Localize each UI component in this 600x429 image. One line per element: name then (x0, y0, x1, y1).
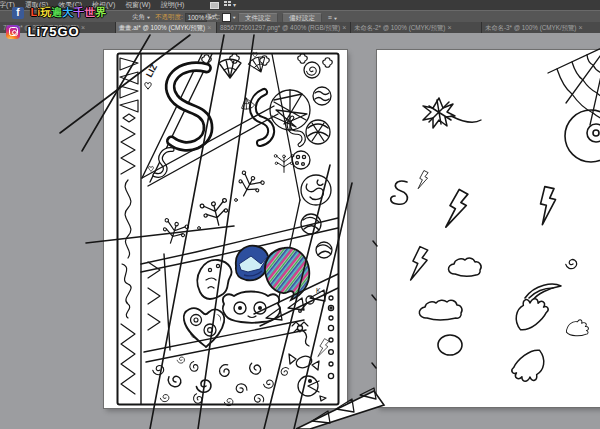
screen-mode-icon[interactable] (210, 2, 219, 9)
opacity-label: 不透明度: (155, 13, 183, 20)
document-tab-bar: 78.jpg* @ 25% (RGB/預覽)× 畫畫.ai* @ 100% (C… (0, 22, 600, 33)
wing-swoosh (525, 284, 561, 300)
arrange-documents-icon[interactable]: ▾ (224, 0, 236, 10)
artboard-left[interactable]: LIZ (104, 50, 347, 408)
artboard-right[interactable] (377, 50, 600, 407)
s-squiggle (391, 181, 408, 204)
circle-doodle (438, 335, 462, 355)
tab-document-5[interactable]: 未命名-3* @ 100% (CMYK/預覽)× (482, 22, 600, 33)
fb-watermark-text: Li玩遍大千世界 (30, 5, 106, 20)
style-label: 樣式: (205, 13, 220, 20)
artwork-left: LIZ (104, 50, 347, 408)
close-icon[interactable]: × (81, 23, 85, 32)
style-control: 樣式: ▼ (205, 11, 237, 22)
pattern-heart (184, 308, 224, 347)
style-swatch[interactable] (222, 13, 231, 22)
instagram-watermark: Li75GO (6, 22, 80, 40)
bottom-right-column (289, 296, 334, 401)
tab-document-3[interactable]: 8856772601297.png* @ 400% (RGB/預覽)× (217, 22, 351, 33)
hand-doodles (508, 292, 591, 387)
disc-doodle (565, 110, 600, 162)
opacity-input[interactable]: 100% (185, 13, 208, 22)
tab-document-4[interactable]: 未命名-2* @ 100% (CMYK/預覽)× (351, 22, 482, 33)
lightning-bolts (411, 170, 559, 281)
close-icon[interactable]: × (447, 23, 451, 32)
striped-heart (265, 248, 309, 300)
menu-window[interactable]: 視窗(W) (120, 0, 155, 10)
instagram-icon (6, 25, 20, 39)
facebook-icon: f (12, 7, 24, 19)
close-icon[interactable]: × (342, 23, 346, 32)
corner-dropdown[interactable]: 尖角▼ (132, 11, 151, 22)
facebook-watermark: f Li玩遍大千世界 (12, 3, 106, 19)
tab-document-2-active[interactable]: 畫畫.ai* @ 100% (CMYK/預覽)× (116, 22, 217, 33)
canvas-pasteboard[interactable]: LIZ (0, 33, 600, 429)
artwork-right (377, 50, 600, 407)
spiral-doodle (566, 260, 577, 269)
chevron-down-icon: ▼ (146, 13, 151, 22)
ig-watermark-text: Li75GO (27, 24, 79, 39)
panel-menu-icon[interactable]: ≡▼ (328, 14, 338, 21)
bird-blob (197, 260, 231, 299)
star-scribble (423, 98, 481, 128)
left-border-patterns (120, 58, 138, 394)
doodle-frame (118, 54, 339, 405)
blue-lightning-blob (236, 246, 269, 281)
snowflake-band (141, 106, 338, 272)
chevron-down-icon[interactable]: ▼ (232, 13, 237, 22)
close-icon[interactable]: × (207, 23, 211, 32)
liz-text: LIZ (144, 62, 159, 79)
clouds (419, 258, 481, 320)
close-icon[interactable]: × (578, 23, 582, 32)
menu-help[interactable]: 說明(H) (156, 0, 190, 10)
squiggle-worms (151, 67, 305, 179)
